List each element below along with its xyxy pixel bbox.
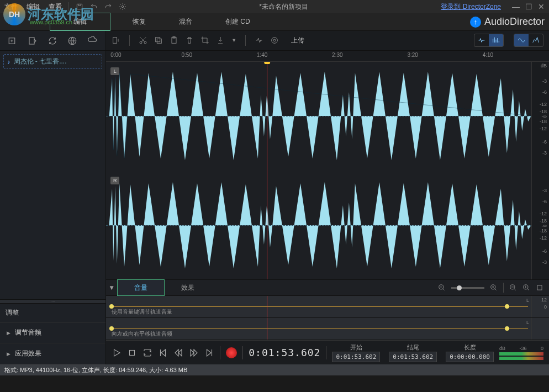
playhead[interactable] bbox=[267, 62, 267, 279]
zoom-out-h-icon[interactable] bbox=[438, 284, 446, 292]
zoom-fit-icon[interactable] bbox=[509, 284, 517, 292]
view-spectral-button[interactable] bbox=[489, 34, 503, 46]
app-brand: ↑ AudioDirector bbox=[470, 16, 545, 28]
copy-icon[interactable] bbox=[154, 36, 163, 45]
range-end-label: 结尾 bbox=[389, 343, 437, 352]
display-mode-a-button[interactable] bbox=[514, 34, 529, 46]
export-icon[interactable] bbox=[28, 36, 38, 46]
refresh-icon[interactable] bbox=[47, 36, 57, 46]
stop-button[interactable] bbox=[127, 348, 137, 358]
play-button[interactable] bbox=[112, 348, 122, 358]
menu-edit[interactable]: 编辑 bbox=[27, 2, 40, 12]
channel-right-label: R bbox=[110, 177, 119, 184]
tick-label: 4:10 bbox=[483, 52, 493, 58]
channel-left-label: L bbox=[110, 67, 119, 75]
time-display: 0:01:53.602 bbox=[249, 347, 320, 358]
svg-point-1 bbox=[122, 6, 124, 8]
status-bar: 格式: MP3, 44100Hz, 16-位, 立体声, 长度: 04:59.2… bbox=[0, 364, 549, 375]
range-end-value[interactable]: 0:01:53.602 bbox=[389, 352, 437, 362]
adjust-header: 调整 bbox=[0, 304, 105, 322]
tab-edit[interactable]: 编辑 bbox=[50, 13, 110, 31]
expand-icon: ▶ bbox=[7, 351, 10, 357]
volume-automation-track[interactable]: 使用音量键调节轨道音量 L 12 0 dB bbox=[106, 296, 549, 318]
range-start-value[interactable]: 0:01:53.602 bbox=[332, 352, 380, 362]
collapse-icon[interactable]: ▼ bbox=[106, 284, 117, 292]
paste-icon[interactable] bbox=[170, 36, 178, 45]
maximize-button[interactable]: ☐ bbox=[525, 2, 532, 11]
tab-volume[interactable]: 音量 bbox=[117, 279, 165, 296]
tab-effects[interactable]: 效果 bbox=[165, 280, 211, 295]
db-scale: dB -3 -6 -12 -18 -∞ -18 -12 -6 -3 -3 -6 … bbox=[531, 62, 549, 279]
rewind-button[interactable] bbox=[173, 348, 183, 358]
left-panel: ♪ 周杰伦 - 七里香.... ···· 调整 ▶ 调节音频 ▶ 应用效果 bbox=[0, 31, 106, 364]
record-button[interactable] bbox=[226, 347, 237, 358]
svg-rect-21 bbox=[130, 350, 135, 355]
forward-button[interactable] bbox=[189, 348, 199, 358]
music-note-icon: ♪ bbox=[7, 59, 10, 65]
adjust-audio-item[interactable]: ▶ 调节音频 bbox=[0, 322, 105, 343]
lower-tab-row: ▼ 音量 效果 bbox=[106, 279, 549, 296]
apply-effect-item[interactable]: ▶ 应用效果 bbox=[0, 343, 105, 364]
tick-label: 2:30 bbox=[332, 52, 342, 58]
title-bar: 文件 编辑 查看 *未命名的新项目 登录到 DirectorZone — ☐ ✕ bbox=[0, 0, 549, 13]
svg-rect-3 bbox=[29, 38, 34, 44]
file-list: ♪ 周杰伦 - 七里香.... bbox=[0, 51, 105, 299]
svg-point-12 bbox=[272, 38, 278, 44]
mode-row: 编辑 恢复 混音 创建 CD ↑ AudioDirector bbox=[0, 13, 549, 31]
range-length-value: 0:00:00.000 bbox=[446, 352, 494, 362]
svg-rect-0 bbox=[77, 4, 82, 9]
svg-rect-8 bbox=[157, 39, 162, 44]
crop-icon[interactable] bbox=[200, 36, 209, 45]
upload-button[interactable]: 上传 bbox=[286, 35, 310, 46]
globe-icon[interactable] bbox=[67, 36, 77, 46]
tab-create-cd[interactable]: 创建 CD bbox=[225, 17, 250, 27]
marker-icon[interactable] bbox=[216, 36, 225, 45]
close-button[interactable]: ✕ bbox=[538, 2, 545, 11]
prev-button[interactable] bbox=[158, 348, 168, 358]
zoom-in-h-icon[interactable] bbox=[490, 284, 498, 292]
zoom-v-icon[interactable] bbox=[522, 284, 530, 292]
pan-automation-track[interactable]: 向左或向右平移轨道音频 L bbox=[106, 318, 549, 340]
tab-restore[interactable]: 恢复 bbox=[133, 17, 146, 27]
delete-icon[interactable] bbox=[185, 36, 194, 45]
file-item[interactable]: ♪ 周杰伦 - 七里香.... bbox=[3, 54, 102, 69]
svg-rect-9 bbox=[156, 38, 160, 42]
range-start-label: 开始 bbox=[332, 343, 380, 352]
waveform-area[interactable]: L R bbox=[106, 62, 549, 279]
svg-rect-5 bbox=[113, 38, 117, 44]
tick-label: 3:20 bbox=[407, 52, 418, 58]
effects-icon[interactable] bbox=[270, 36, 279, 45]
normalize-icon[interactable] bbox=[255, 36, 263, 45]
svg-rect-20 bbox=[537, 285, 542, 290]
tab-mix[interactable]: 混音 bbox=[179, 17, 192, 27]
tick-label: 0:00 bbox=[110, 52, 121, 58]
save-icon[interactable] bbox=[76, 3, 83, 10]
login-link[interactable]: 登录到 DirectorZone bbox=[441, 2, 501, 12]
timeline-ruler[interactable]: 0:00 0:50 1:40 2:30 3:20 4:10 bbox=[106, 51, 549, 62]
transport-bar: 0:01:53.602 开始 0:01:53.602 结尾 0:01:53.60… bbox=[106, 340, 549, 364]
menu-view[interactable]: 查看 bbox=[49, 2, 62, 12]
svg-point-13 bbox=[273, 39, 276, 41]
brand-icon: ↑ bbox=[470, 17, 481, 28]
tick-label: 0:50 bbox=[182, 52, 192, 58]
minimize-button[interactable]: — bbox=[512, 2, 520, 11]
next-button[interactable] bbox=[204, 348, 214, 358]
cloud-icon[interactable] bbox=[87, 36, 97, 46]
settings-icon[interactable] bbox=[119, 3, 126, 10]
select-tool-icon[interactable] bbox=[112, 36, 120, 45]
loop-button[interactable] bbox=[142, 348, 152, 358]
cut-icon[interactable] bbox=[139, 36, 147, 45]
undo-icon[interactable] bbox=[90, 3, 98, 10]
settings-small-icon[interactable] bbox=[536, 284, 543, 292]
view-wave-button[interactable] bbox=[474, 34, 489, 46]
menu-file[interactable]: 文件 bbox=[4, 2, 18, 12]
zoom-slider[interactable] bbox=[451, 287, 484, 289]
display-mode-b-button[interactable] bbox=[529, 34, 543, 46]
project-title: *未命名的新项目 bbox=[126, 2, 441, 12]
level-meter: dB-360 bbox=[499, 346, 543, 360]
editor-toolbar: ▼ 上传 bbox=[106, 31, 549, 51]
redo-icon[interactable] bbox=[104, 3, 112, 10]
panel-gripper[interactable]: ···· bbox=[0, 299, 105, 304]
import-icon[interactable] bbox=[8, 36, 18, 46]
range-length-label: 长度 bbox=[446, 343, 494, 352]
